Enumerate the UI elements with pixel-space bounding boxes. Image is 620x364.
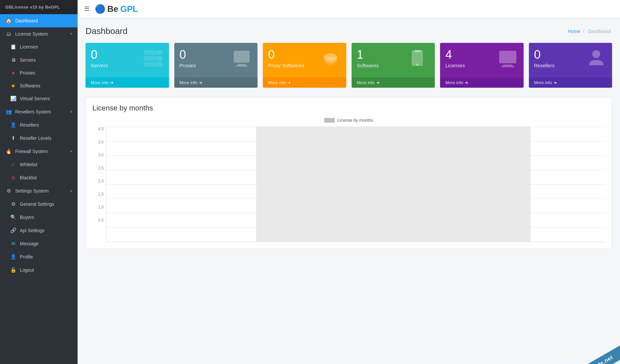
resellers-system-icon: 👥	[5, 109, 12, 115]
svg-rect-6	[234, 51, 250, 63]
sidebar-label-buyers: Buyers	[20, 215, 34, 220]
sidebar-item-reseller-levels[interactable]: ⬆ Reseller Levels	[0, 132, 78, 145]
reseller-levels-icon: ⬆	[10, 135, 17, 141]
stat-card-servers-label: Servers	[91, 63, 108, 68]
stat-card-licenses-label: Licenses	[445, 63, 465, 68]
stat-card-proxy-softwares-label: Proxy Softwares	[268, 63, 304, 68]
svg-point-16	[592, 50, 600, 58]
stat-card-licenses-footer[interactable]: More info ➜	[440, 77, 524, 88]
breadcrumb-bar: Dashboard Home / Dashboard	[86, 26, 612, 36]
stat-card-proxies-info: 0 Proxies	[180, 49, 196, 68]
sidebar: GBLicense v15 by BeGPL 🏠 Dashboard 🗂 Lic…	[0, 0, 78, 364]
license-system-icon: 🗂	[5, 31, 12, 37]
resellers-more-info-label: More info	[534, 80, 552, 85]
servers-more-info-label: More info	[91, 80, 109, 85]
sidebar-item-general-settings[interactable]: ⚙ General Settings	[0, 197, 78, 211]
sidebar-label-dashboard: Dashboard	[15, 18, 38, 23]
sidebar-item-softwares[interactable]: ■ Softwares	[0, 79, 78, 92]
stat-cards: 0 Servers M	[86, 43, 612, 88]
stat-card-proxy-softwares-footer[interactable]: More info ➜	[263, 77, 346, 88]
licenses-card-icon	[497, 47, 518, 73]
sidebar-item-resellers[interactable]: 👤 Resellers	[0, 118, 78, 132]
proxy-softwares-card-icon	[320, 47, 341, 73]
chart-legend: License by months	[92, 118, 605, 123]
proxies-arrow-icon: ➜	[199, 80, 202, 85]
breadcrumb-home-link[interactable]: Home	[568, 29, 580, 34]
svg-rect-13	[499, 51, 516, 63]
svg-rect-10	[412, 50, 423, 66]
legend-box	[324, 118, 335, 123]
sidebar-label-settings-system: Settings System	[15, 188, 49, 194]
sidebar-item-api-settings[interactable]: 🔗 Api Settings	[0, 224, 78, 237]
y-label-15: 1.5	[98, 192, 104, 197]
softwares-card-icon	[408, 47, 430, 73]
sidebar-item-proxies[interactable]: ● Proxies	[0, 66, 78, 79]
sidebar-label-blacklist: Blacklist	[20, 175, 37, 180]
sidebar-item-firewall-system[interactable]: 🔥 Firewall System ▾	[0, 145, 78, 158]
sidebar-item-profile[interactable]: 👤 Profile	[0, 250, 78, 263]
general-settings-icon: ⚙	[10, 201, 17, 207]
stat-card-proxies-label: Proxies	[180, 63, 196, 68]
sidebar-label-virtual-servers: Virtual Servers	[20, 96, 50, 101]
profile-icon: 👤	[10, 254, 17, 260]
main-content: ☰ 🔵 BeGPL Dashboard Home / Dashboard 0	[78, 0, 620, 364]
header: ☰ 🔵 BeGPL	[78, 0, 620, 18]
sidebar-item-buyers[interactable]: 🔍 Buyers	[0, 211, 78, 224]
svg-rect-7	[238, 64, 246, 65]
stat-card-proxies-footer[interactable]: More info ➜	[174, 77, 258, 88]
breadcrumb: Home / Dashboard	[568, 29, 612, 34]
sidebar-label-proxies: Proxies	[20, 70, 35, 76]
breadcrumb-current: Dashboard	[588, 29, 611, 34]
resellers-icon: 👤	[10, 122, 17, 128]
y-label-40: 4.0	[98, 127, 104, 131]
sidebar-item-resellers-system[interactable]: 👥 Resellers System ▾	[0, 105, 78, 118]
logout-icon: 🔓	[10, 267, 17, 273]
stat-card-resellers-footer[interactable]: More info ➜	[529, 77, 612, 88]
sidebar-item-whitelist[interactable]: ✓ Whitelist	[0, 158, 78, 171]
sidebar-label-profile: Profile	[20, 254, 33, 259]
stat-card-proxies: 0 Proxies More info ➜	[174, 43, 258, 88]
stat-card-resellers-info: 0 Resellers	[534, 49, 555, 68]
servers-arrow-icon: ➜	[110, 80, 114, 85]
sidebar-item-licenses[interactable]: 📋 Licenses	[0, 40, 78, 53]
menu-toggle-button[interactable]: ☰	[84, 5, 89, 13]
sidebar-label-reseller-levels: Reseller Levels	[20, 136, 52, 141]
stat-card-softwares-footer[interactable]: More info ➜	[352, 77, 435, 88]
stat-card-licenses-body: 4 Licenses	[440, 43, 524, 77]
sidebar-item-logout[interactable]: 🔓 Logout	[0, 263, 78, 277]
servers-icon: 🖥	[10, 57, 17, 63]
proxies-icon: ●	[10, 70, 17, 76]
stat-card-softwares-body: 1 Softwares	[352, 43, 435, 77]
virtual-servers-icon: 📊	[10, 96, 17, 102]
licenses-icon: 📋	[10, 44, 17, 50]
svg-point-5	[159, 63, 161, 65]
settings-icon: ⚙	[5, 188, 12, 194]
svg-point-3	[159, 51, 161, 53]
y-label-35: 3.5	[98, 140, 104, 144]
stat-card-resellers-body: 0 Resellers	[529, 43, 612, 77]
shield-icon: 🔵	[95, 4, 105, 14]
svg-rect-15	[501, 66, 514, 67]
stat-card-servers-footer[interactable]: More info ➜	[86, 77, 169, 88]
sidebar-item-dashboard[interactable]: 🏠 Dashboard	[0, 14, 78, 27]
stat-card-servers-body: 0 Servers	[86, 43, 169, 77]
sidebar-item-servers[interactable]: 🖥 Servers	[0, 53, 78, 66]
sidebar-item-settings-system[interactable]: ⚙ Settings System ▾	[0, 184, 78, 197]
stat-card-proxy-softwares-info: 0 Proxy Softwares	[268, 49, 304, 68]
home-icon: 🏠	[5, 18, 12, 24]
sidebar-label-api-settings: Api Settings	[20, 228, 45, 233]
resellers-card-icon	[586, 47, 607, 73]
stat-card-proxy-softwares-body: 0 Proxy Softwares	[263, 43, 346, 77]
svg-point-4	[159, 57, 161, 59]
sidebar-item-license-system[interactable]: 🗂 License System ▾	[0, 27, 78, 40]
sidebar-label-message: Message	[20, 241, 39, 246]
y-label-30: 3.0	[98, 153, 104, 157]
stat-card-softwares-info: 1 Softwares	[357, 49, 379, 68]
sidebar-label-resellers-system: Resellers System	[15, 109, 51, 114]
message-icon: ✉	[10, 241, 17, 247]
chevron-down-icon: ▾	[70, 32, 72, 36]
sidebar-item-virtual-servers[interactable]: 📊 Virtual Servers	[0, 92, 78, 105]
sidebar-item-message[interactable]: ✉ Message	[0, 237, 78, 250]
svg-point-12	[416, 64, 418, 66]
sidebar-item-blacklist[interactable]: ⊘ Blacklist	[0, 171, 78, 184]
